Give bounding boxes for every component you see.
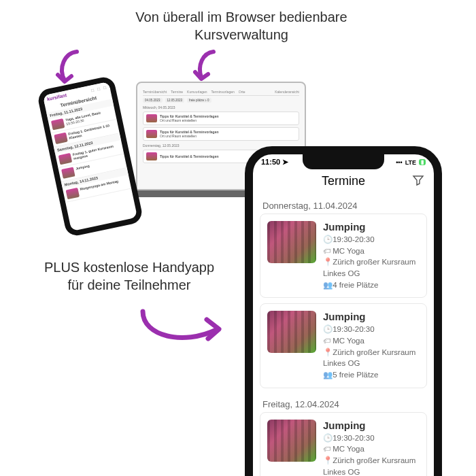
clock-icon: 🕒 — [323, 324, 330, 335]
event-card[interactable]: Jumping🕒 19:30-20:30🏷 MC Yoga📍 Zürich gr… — [260, 303, 427, 388]
notch-icon — [303, 154, 384, 169]
location-icon: ➤ — [282, 158, 288, 166]
laptop-nav: TerminübersichtTermineKursvorlagenTermin… — [143, 88, 299, 96]
event-name: Jumping — [323, 420, 420, 431]
laptop-filters: 04.05.202312.05.2023freie plätze ≥ 0 — [143, 98, 299, 103]
seats-icon: 👥 — [323, 369, 330, 381]
filter-icon[interactable] — [412, 174, 424, 190]
day-header: Freitag, 12.04.2024 — [260, 394, 427, 412]
headline-top: Von überall im Browser bedienbare Kursve… — [133, 8, 350, 44]
event-card[interactable]: Jumping🕒 19:30-20:30🏷 MC Yoga📍 Zürich gr… — [260, 412, 427, 476]
pin-icon: 📍 — [323, 455, 330, 466]
host-icon: 🏷 — [323, 335, 330, 347]
headline-left: PLUS kostenlose Handyapp für deine Teiln… — [37, 258, 221, 294]
event-list[interactable]: Donnerstag, 11.04.2024Jumping🕒 19:30-20:… — [253, 195, 434, 476]
seats-icon: 👥 — [323, 279, 330, 291]
event-thumb — [267, 420, 316, 462]
host-icon: 🏷 — [323, 443, 330, 455]
clock-icon: 🕒 — [323, 432, 330, 444]
event-name: Jumping — [323, 221, 420, 233]
pin-icon: 📍 — [323, 347, 330, 358]
day-header: Donnerstag, 11.04.2024 — [260, 195, 427, 214]
clock-icon: 🕒 — [323, 234, 330, 245]
arrow-icon — [190, 48, 221, 85]
page-title: Termine — [253, 170, 434, 195]
event-thumb — [267, 311, 316, 353]
event-name: Jumping — [323, 311, 420, 322]
event-card[interactable]: Jumping🕒 19:30-20:30🏷 MC Yoga📍 Zürich gr… — [260, 214, 427, 298]
phone-big: 11:50 ➤ •••LTE▮ Termine Donnerstag, 11.0… — [245, 146, 442, 476]
event-thumb — [267, 221, 316, 263]
phone-small: kursifant ◻◻◻ Terminübersicht Freitag, 1… — [36, 75, 143, 237]
host-icon: 🏷 — [323, 245, 330, 257]
pin-icon: 📍 — [323, 256, 330, 268]
battery-icon: ▮ — [419, 159, 426, 165]
arrow-icon — [136, 299, 228, 354]
